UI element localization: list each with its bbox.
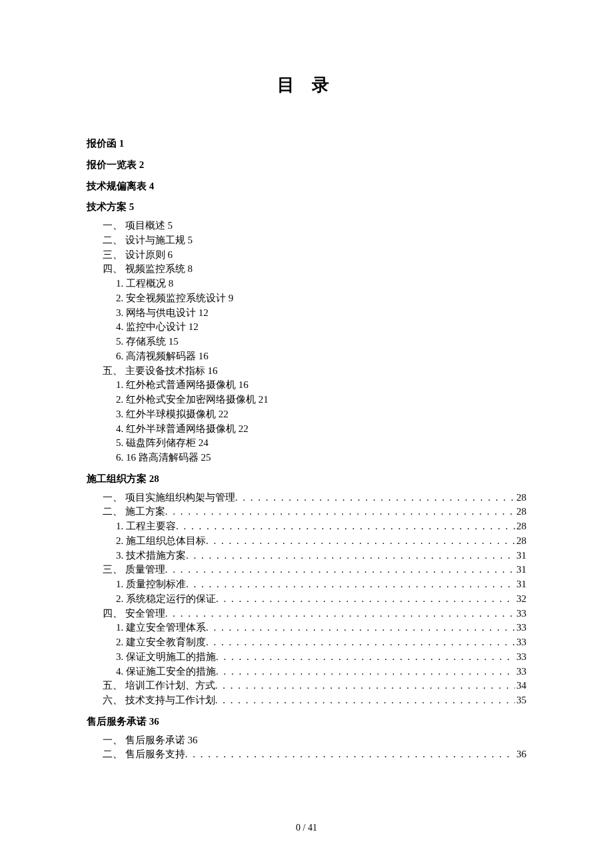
toc-label: 一、 项目概述 5 <box>103 220 173 231</box>
toc-label: 5. 存储系统 15 <box>116 336 179 347</box>
toc-page-number: 31 <box>515 563 526 577</box>
toc-entry: 三、 质量管理 31 <box>87 563 526 577</box>
toc-entry: 2. 建立安全教育制度 33 <box>87 635 526 650</box>
toc-label: 三、 质量管理 <box>103 563 165 577</box>
toc-line: 1. 质量控制标准 31 <box>116 577 526 592</box>
toc-leader-dots <box>186 577 515 592</box>
toc-label: 2. 系统稳定运行的保证 <box>116 592 216 607</box>
toc-leader-dots <box>206 534 515 549</box>
toc-line: 五、 培训工作计划、方式 34 <box>103 679 526 693</box>
toc-page-number: 32 <box>515 592 526 607</box>
toc-label: 4. 监控中心设计 12 <box>116 321 199 332</box>
toc-label: 1. 工程主要容 <box>116 519 176 534</box>
toc-page-number: 31 <box>515 549 526 563</box>
toc-line: 四、 安全管理 33 <box>103 607 526 621</box>
toc-entry: 1. 红外枪式普通网络摄像机 16 <box>87 378 526 393</box>
toc-entry: 2. 红外枪式安全加密网络摄像机 21 <box>87 393 526 407</box>
toc-entry: 二、 施工方案 28 <box>87 505 526 519</box>
toc-page-number: 33 <box>515 607 526 621</box>
toc-label: 技术方案 5 <box>87 201 134 212</box>
toc-leader-dots <box>216 650 515 665</box>
toc-leader-dots <box>215 679 515 693</box>
toc-entry: 五、 主要设备技术指标 16 <box>87 364 526 379</box>
toc-line: 三、 质量管理 31 <box>103 563 526 577</box>
toc-page-number: 33 <box>515 650 526 665</box>
toc-line: 二、 施工方案 28 <box>103 505 526 519</box>
toc-line: 1. 建立安全管理体系 33 <box>116 621 526 635</box>
toc-page-number: 28 <box>515 519 526 534</box>
toc-title: 目 录 <box>87 73 526 97</box>
toc-label: 二、 设计与施工规 5 <box>103 235 193 245</box>
toc-entry: 2. 安全视频监控系统设计 9 <box>87 291 526 306</box>
toc-entry: 6. 16 路高清解码器 25 <box>87 451 526 465</box>
toc-label: 1. 工程概况 8 <box>116 278 173 289</box>
toc-entry: 一、 项目概述 5 <box>87 219 526 233</box>
toc-label: 3. 红外半球模拟摄像机 22 <box>116 409 229 419</box>
toc-entry: 5. 磁盘阵列储存柜 24 <box>87 436 526 451</box>
toc-line: 2. 建立安全教育制度 33 <box>116 635 526 650</box>
toc-leader-dots <box>185 747 515 762</box>
toc-page-number: 36 <box>515 747 526 762</box>
toc-label: 施工组织方案 28 <box>87 473 159 484</box>
toc-entry: 1. 工程概况 8 <box>87 277 526 291</box>
toc-line: 一、 项目实施组织构架与管理 28 <box>103 491 526 505</box>
toc-page-number: 33 <box>515 621 526 635</box>
toc-leader-dots <box>176 519 515 534</box>
toc-leader-dots <box>165 505 515 519</box>
toc-label: 5. 磁盘阵列储存柜 24 <box>116 437 209 448</box>
page-footer: 0 / 41 <box>0 823 613 833</box>
toc-label: 6. 16 路高清解码器 25 <box>116 452 211 463</box>
toc-entry: 四、 视频监控系统 8 <box>87 262 526 277</box>
toc-leader-dots <box>235 491 515 505</box>
toc-label: 六、 技术支持与工作计划 <box>103 693 215 708</box>
toc-entry: 技术方案 5 <box>87 200 526 215</box>
toc-page-number: 28 <box>515 534 526 549</box>
toc-entry: 3. 保证文明施工的措施 33 <box>87 650 526 665</box>
toc-line: 2. 系统稳定运行的保证 32 <box>116 592 526 607</box>
toc-label: 四、 安全管理 <box>103 607 165 621</box>
toc-line: 3. 保证文明施工的措施 33 <box>116 650 526 665</box>
toc-label: 3. 保证文明施工的措施 <box>116 650 216 665</box>
toc-label: 五、 主要设备技术指标 16 <box>103 365 218 376</box>
toc-label: 报价函 1 <box>87 138 124 149</box>
toc-label: 1. 红外枪式普通网络摄像机 16 <box>116 379 249 390</box>
toc-label: 1. 建立安全管理体系 <box>116 621 206 635</box>
toc-entry: 6. 高清视频解码器 16 <box>87 349 526 364</box>
toc-entry: 二、 设计与施工规 5 <box>87 233 526 248</box>
toc-label: 2. 安全视频监控系统设计 9 <box>116 293 233 303</box>
toc-page-number: 28 <box>515 491 526 505</box>
toc-entry: 1. 工程主要容 28 <box>87 519 526 534</box>
toc-line: 六、 技术支持与工作计划 35 <box>103 693 526 708</box>
toc-entry: 4. 监控中心设计 12 <box>87 320 526 335</box>
toc-entry: 1. 质量控制标准 31 <box>87 577 526 592</box>
toc-page-number: 31 <box>515 577 526 592</box>
toc-line: 二、 售后服务支持 36 <box>103 747 526 762</box>
toc-page-number: 35 <box>515 693 526 708</box>
toc-label: 三、 设计原则 6 <box>103 249 173 260</box>
toc-leader-dots <box>216 665 515 679</box>
document-page: 目 录 报价函 1报价一览表 2技术规偏离表 4技术方案 5一、 项目概述 5二… <box>0 0 613 762</box>
toc-label: 4. 保证施工安全的措施 <box>116 665 216 679</box>
toc-entry: 报价函 1 <box>87 137 526 151</box>
toc-entry: 技术规偏离表 4 <box>87 179 526 194</box>
toc-leader-dots <box>165 607 515 621</box>
toc-label: 2. 红外枪式安全加密网络摄像机 21 <box>116 394 269 405</box>
toc-entry: 2. 系统稳定运行的保证 32 <box>87 592 526 607</box>
toc-label: 售后服务承诺 36 <box>87 716 159 727</box>
toc-entry: 3. 红外半球模拟摄像机 22 <box>87 407 526 422</box>
toc-label: 4. 红外半球普通网络摄像机 22 <box>116 423 249 434</box>
toc-entry: 六、 技术支持与工作计划 35 <box>87 693 526 708</box>
toc-entry: 施工组织方案 28 <box>87 472 526 487</box>
toc-label: 1. 质量控制标准 <box>116 577 186 592</box>
toc-page-number: 33 <box>515 665 526 679</box>
toc-label: 一、 项目实施组织构架与管理 <box>103 491 235 505</box>
toc-entry: 4. 红外半球普通网络摄像机 22 <box>87 422 526 437</box>
toc-leader-dots <box>186 549 515 563</box>
toc-entry: 售后服务承诺 36 <box>87 715 526 729</box>
toc-entry: 报价一览表 2 <box>87 158 526 173</box>
toc-page-number: 33 <box>515 635 526 650</box>
toc-entry: 一、 售后服务承诺 36 <box>87 733 526 748</box>
toc-entry: 五、 培训工作计划、方式 34 <box>87 679 526 693</box>
toc-entry: 4. 保证施工安全的措施 33 <box>87 665 526 679</box>
toc-entry: 一、 项目实施组织构架与管理 28 <box>87 491 526 505</box>
